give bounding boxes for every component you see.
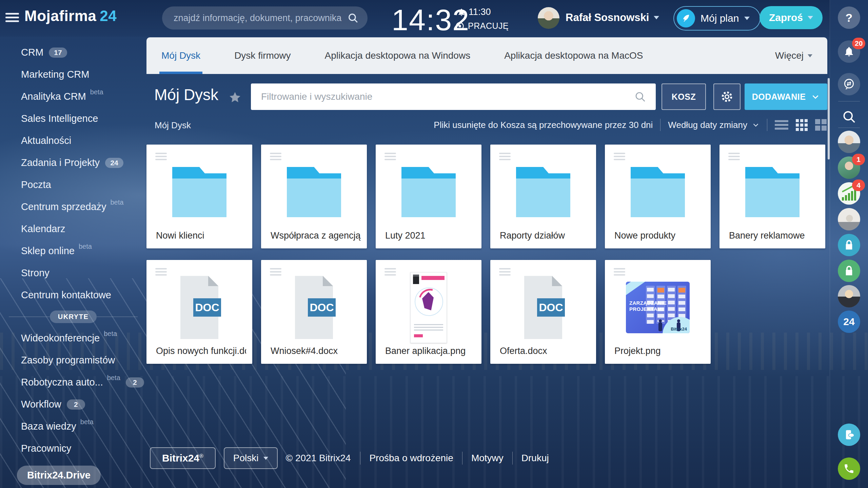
sidebar-item-centrum-sprzeda-y[interactable]: Centrum sprzedażybeta: [0, 196, 146, 218]
chat-avatar[interactable]: [838, 285, 860, 307]
view-grid-icon[interactable]: [796, 119, 808, 131]
secure-chat-button[interactable]: [838, 234, 860, 256]
language-button[interactable]: Polski: [224, 447, 278, 469]
filter-input[interactable]: [260, 91, 634, 102]
file-card[interactable]: Raporty działów: [490, 145, 596, 248]
sidebar-hidden-divider[interactable]: UKRYTE: [0, 306, 146, 327]
secure-chat-button[interactable]: [838, 260, 860, 282]
sidebar-item-analityka-crm[interactable]: Analityka CRMbeta: [0, 86, 146, 108]
tab-dysk-firmowy[interactable]: Dysk firmowy: [234, 37, 291, 74]
footer-link-motywy[interactable]: Motywy: [471, 453, 504, 464]
beta-tag: beta: [90, 88, 103, 96]
invite-button-label: Zaproś: [769, 12, 803, 23]
sidebar-item-label: Aktualności: [21, 135, 71, 146]
sidebar-item-zadania-i-projekty[interactable]: Zadania i Projekty24: [0, 152, 146, 174]
sidebar-item-marketing-crm[interactable]: Marketing CRM: [0, 63, 146, 86]
file-card[interactable]: Nowi klienci: [146, 145, 252, 248]
document-icon: DOC: [295, 276, 333, 339]
breadcrumb[interactable]: Mój Dysk: [155, 120, 191, 131]
sort-dropdown[interactable]: Według daty zmiany: [668, 120, 760, 130]
file-card[interactable]: Luty 2021: [376, 145, 481, 248]
list-controls-right: Pliki usunięte do Kosza są przechowywane…: [434, 117, 827, 132]
desktop-app-button[interactable]: [838, 424, 860, 446]
sidebar-item-kalendarz[interactable]: Kalendarz: [0, 218, 146, 240]
search-icon[interactable]: [347, 12, 359, 24]
tab-more[interactable]: Więcej: [775, 37, 812, 74]
sidebar-item-centrum-kontaktowe[interactable]: Centrum kontaktowe: [0, 284, 146, 306]
file-card[interactable]: DOCOferta.docx: [490, 260, 596, 364]
chat-avatar[interactable]: [838, 131, 860, 153]
sort-label: Według daty zmiany: [668, 120, 747, 130]
trash-button[interactable]: KOSZ: [662, 83, 706, 110]
sidebar-item-zasoby-programist-w[interactable]: Zasoby programistów: [0, 349, 146, 371]
chevron-down-icon: [811, 92, 820, 101]
chat-avatar[interactable]: [838, 208, 860, 230]
document-icon: DOC: [180, 276, 218, 339]
filter-box[interactable]: [251, 83, 656, 110]
user-menu[interactable]: Rafał Sosnowski: [566, 12, 659, 24]
work-status-toggle[interactable]: PRACUJĘ: [455, 21, 509, 31]
user-avatar[interactable]: [538, 7, 559, 29]
sidebar-item-sales-intelligence[interactable]: Sales Intelligence: [0, 108, 146, 130]
sidebar-item-label: Wideokonferencje: [21, 333, 100, 344]
global-search[interactable]: [162, 6, 368, 30]
scrollbar-thumb[interactable]: [828, 78, 830, 159]
sidebar-item-poczta[interactable]: Poczta: [0, 174, 146, 196]
file-grid: Nowi klienciWspółpraca z agencją 2...Lut…: [146, 145, 827, 364]
footer-link-pro-ba-o-wdro-enie[interactable]: Prośba o wdrożenie: [369, 453, 453, 464]
view-tiles-icon[interactable]: [815, 119, 827, 131]
sidebar-item-bitrix24-drive[interactable]: Bitrix24.Drive: [17, 466, 101, 485]
plan-button-label: Mój plan: [701, 13, 739, 24]
beta-tag: beta: [79, 243, 92, 250]
file-card[interactable]: DOCOpis nowych funkcji.do...: [146, 260, 252, 364]
help-button[interactable]: ?: [838, 6, 860, 29]
lock-icon: [844, 240, 854, 250]
global-search-input[interactable]: [173, 13, 347, 24]
tab-aplikacja-desktopowa-na-windows[interactable]: Aplikacja desktopowa na Windows: [325, 37, 471, 74]
bitrix-brand-button[interactable]: Bitrix24®: [150, 447, 216, 469]
sidebar-item-workflow[interactable]: Workflow2: [0, 393, 146, 415]
tab-aplikacja-desktopowa-na-macos[interactable]: Aplikacja desktopowa na MacOS: [504, 37, 643, 74]
page-title: Mój Dysk: [154, 86, 218, 104]
chat-avatar[interactable]: 4: [838, 182, 860, 205]
telephony-button[interactable]: [838, 457, 860, 480]
file-name: Baner aplikacja.png: [385, 346, 475, 356]
footer-divider: [462, 452, 462, 465]
main-menu-icon[interactable]: [5, 13, 19, 24]
plan-button[interactable]: Mój plan: [673, 6, 761, 31]
file-card[interactable]: DOCWniosek#4.docx: [261, 260, 367, 364]
file-card[interactable]: Nowe produkty: [605, 145, 711, 248]
doc-type-badge: DOC: [537, 298, 565, 317]
divider-line: [97, 317, 138, 317]
file-card[interactable]: Współpraca z agencją 2...: [261, 145, 367, 248]
bitrix24-chat-button[interactable]: 24: [838, 311, 860, 333]
bell-icon: [843, 46, 855, 57]
file-card[interactable]: Banery reklamowe: [719, 145, 825, 248]
filter-search-icon[interactable]: [634, 91, 646, 103]
tab-m-j-dysk[interactable]: Mój Dysk: [161, 37, 200, 74]
footer-link-drukuj[interactable]: Drukuj: [521, 453, 549, 464]
rail-search-button[interactable]: [838, 106, 860, 128]
sidebar-item-strony[interactable]: Strony: [0, 262, 146, 284]
chart-bar: [842, 197, 844, 201]
notifications-button[interactable]: 20: [838, 40, 860, 63]
file-card[interactable]: Baner aplikacja.png: [376, 260, 481, 364]
sidebar-item-label: Robotyczna auto...: [21, 377, 103, 388]
messenger-button[interactable]: [838, 73, 860, 95]
view-list-icon[interactable]: [775, 120, 788, 130]
sidebar-item-sklep-online[interactable]: Sklep onlinebeta: [0, 240, 146, 262]
chart-bar: [851, 191, 853, 201]
invite-button[interactable]: Zaproś: [760, 6, 823, 29]
chat-avatar[interactable]: 1: [838, 156, 860, 179]
settings-button[interactable]: [713, 83, 741, 110]
sidebar-item-aktualno-ci[interactable]: Aktualności: [0, 130, 146, 152]
sidebar-item-pracownicy[interactable]: Pracownicy: [0, 437, 146, 459]
sidebar-item-wideokonferencje[interactable]: Wideokonferencjebeta: [0, 327, 146, 349]
file-card[interactable]: ZARZĄDZANIE PROJEKTAMIBitrix24Projekt.pn…: [605, 260, 711, 364]
sidebar-item-robotyczna-auto[interactable]: Robotyczna auto...beta2: [0, 371, 146, 393]
sidebar-item-baza-wiedzy[interactable]: Baza wiedzybeta: [0, 415, 146, 437]
sidebar-item-crm[interactable]: CRM17: [0, 41, 146, 63]
add-button[interactable]: DODAWANIE: [745, 83, 827, 110]
app-logo[interactable]: Mojafirma24: [24, 7, 117, 24]
favorite-star-icon[interactable]: [229, 91, 241, 104]
